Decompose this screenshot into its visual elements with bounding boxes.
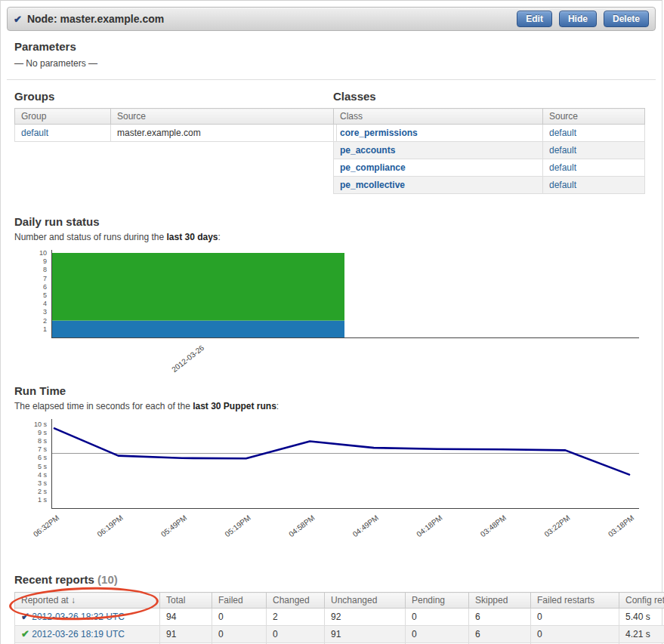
no-parameters-text: — No parameters — — [14, 58, 648, 69]
column-header[interactable]: Total — [160, 593, 212, 609]
line-x-label: 04:49PM — [351, 513, 380, 538]
link[interactable]: default — [21, 128, 48, 138]
page-content: Parameters — No parameters — Groups Grou… — [1, 40, 662, 644]
line-x-label: 05:49PM — [159, 513, 188, 538]
line-x-label: 03:22PM — [542, 513, 571, 538]
report-value-cell: 91 — [160, 626, 212, 643]
class-link[interactable]: pe_compliance — [340, 162, 406, 173]
report-row: ✔ 2012-03-26 18:19 UTC9100910604.21 s6.2… — [15, 626, 664, 643]
delete-button[interactable]: Delete — [604, 11, 649, 27]
class-row: pe_accountsdefault — [334, 142, 645, 159]
line-x-label: 03:48PM — [479, 513, 508, 538]
svg-text:7 s: 7 s — [38, 445, 48, 453]
column-header[interactable]: Skipped — [469, 593, 531, 609]
groups-section: Groups GroupSourcedefaultmaster.example.… — [14, 90, 310, 194]
green-bar-segment — [51, 253, 344, 321]
column-header: Group — [15, 109, 111, 125]
svg-text:10 s: 10 s — [34, 421, 48, 428]
report-value-cell: 4.21 s — [619, 626, 664, 643]
report-status-icon: ✔ — [21, 611, 29, 622]
column-header: Source — [543, 109, 645, 125]
run-time-chart: 1 s2 s3 s4 s5 s6 s7 s8 s9 s10 s06:32PM06… — [14, 419, 653, 540]
node-status-check-icon: ✔ — [14, 14, 22, 24]
report-value-cell: 5.40 s — [619, 609, 664, 626]
line-x-label: 04:18PM — [415, 513, 443, 538]
column-header[interactable]: Failed — [212, 593, 267, 609]
report-value-cell: 91 — [325, 626, 406, 643]
link[interactable]: default — [549, 145, 576, 156]
class-source-cell: default — [543, 125, 645, 142]
report-value-cell: 6 — [469, 626, 531, 643]
recent-reports-label: Recent reports — [14, 573, 94, 586]
parameters-heading: Parameters — [14, 40, 648, 53]
svg-text:6 s: 6 s — [38, 454, 48, 461]
report-timestamp-link[interactable]: 2012-03-26 18:32 UTC — [32, 612, 125, 622]
column-header[interactable]: Failed restarts — [531, 593, 619, 609]
column-header[interactable]: Reported at ↓ — [15, 593, 160, 609]
class-link[interactable]: pe_accounts — [340, 145, 395, 156]
group-row: defaultmaster.example.com — [15, 125, 337, 142]
reported-at-cell: ✔ 2012-03-26 18:32 UTC — [15, 609, 160, 626]
svg-text:3: 3 — [43, 308, 47, 316]
svg-text:6: 6 — [43, 283, 47, 291]
report-value-cell: 0 — [531, 626, 619, 643]
hide-button[interactable]: Hide — [559, 11, 597, 27]
class-row: core_permissionsdefault — [334, 125, 645, 142]
svg-text:2: 2 — [43, 317, 47, 325]
daily-run-status-chart: 123456789102012-03-26 — [14, 250, 653, 363]
class-name-cell: core_permissions — [334, 125, 543, 142]
classes-table: ClassSourcecore_permissionsdefaultpe_acc… — [333, 108, 645, 194]
report-timestamp-link[interactable]: 2012-03-26 18:19 UTC — [32, 629, 125, 639]
class-name-cell: pe_compliance — [334, 159, 543, 177]
line-x-label: 06:32PM — [32, 513, 60, 538]
class-row: pe_compliancedefault — [334, 159, 645, 177]
recent-reports-heading: Recent reports (10) — [14, 573, 648, 586]
report-value-cell: 0 — [406, 609, 469, 626]
report-value-cell: 92 — [325, 609, 406, 626]
groups-table: GroupSourcedefaultmaster.example.com — [14, 108, 337, 142]
subtitle-text: Number and status of runs during the — [14, 232, 166, 242]
svg-text:10: 10 — [39, 249, 47, 257]
column-header[interactable]: Changed — [267, 593, 325, 609]
header-actions: Edit Hide Delete — [517, 11, 649, 27]
svg-text:4: 4 — [43, 300, 47, 307]
link[interactable]: default — [549, 180, 576, 190]
column-header[interactable]: Config retrieval — [619, 593, 664, 609]
class-name-cell: pe_accounts — [334, 142, 543, 159]
subtitle-text: : — [218, 232, 221, 242]
class-link[interactable]: core_permissions — [340, 128, 418, 138]
class-source-cell: default — [543, 159, 645, 177]
class-row: pe_mcollectivedefault — [334, 177, 645, 194]
reports-table: Reported at ↓TotalFailedChangedUnchanged… — [14, 592, 664, 644]
report-value-cell: 0 — [267, 626, 325, 643]
column-header[interactable]: Pending — [406, 593, 469, 609]
run-time-line — [54, 428, 629, 474]
report-status-icon: ✔ — [21, 628, 29, 639]
daily-run-status-subtitle: Number and status of runs during the las… — [14, 232, 648, 242]
groups-classes-section: Groups GroupSourcedefaultmaster.example.… — [14, 90, 648, 194]
subtitle-bold-text: last 30 days — [166, 232, 218, 242]
subtitle-text: The elapsed time in seconds for each of … — [14, 401, 193, 411]
svg-text:2 s: 2 s — [38, 488, 48, 495]
run-time-subtitle: The elapsed time in seconds for each of … — [14, 401, 648, 411]
class-link[interactable]: pe_mcollective — [340, 180, 405, 190]
link[interactable]: default — [549, 128, 576, 138]
svg-text:5 s: 5 s — [38, 463, 48, 470]
link[interactable]: default — [549, 162, 576, 173]
edit-button[interactable]: Edit — [517, 11, 552, 27]
report-value-cell: 2 — [267, 609, 325, 626]
column-header[interactable]: Unchanged — [325, 593, 406, 609]
run-time-heading: Run Time — [14, 384, 648, 397]
group-source-cell: master.example.com — [111, 125, 337, 142]
column-header: Class — [334, 109, 543, 125]
report-row: ✔ 2012-03-26 18:32 UTC9402920605.40 s9.5… — [15, 609, 664, 626]
line-x-label: 05:19PM — [224, 513, 252, 538]
report-value-cell: 0 — [212, 609, 267, 626]
svg-text:4 s: 4 s — [38, 471, 48, 479]
svg-text:9 s: 9 s — [38, 429, 48, 436]
reported-at-cell: ✔ 2012-03-26 18:19 UTC — [15, 626, 160, 643]
report-value-cell: 6 — [469, 609, 531, 626]
report-value-cell: 0 — [531, 609, 619, 626]
class-source-cell: default — [543, 177, 645, 194]
reports-section: Reported at ↓TotalFailedChangedUnchanged… — [14, 592, 651, 644]
